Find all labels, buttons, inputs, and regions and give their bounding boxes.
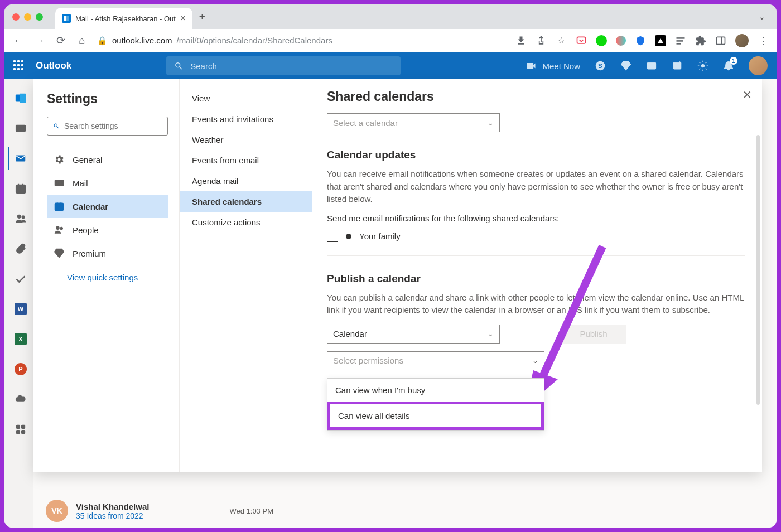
tab-title: Mail - Atish Rajasekharan - Out <box>75 14 176 23</box>
svg-point-13 <box>702 65 705 67</box>
close-window[interactable] <box>12 13 20 21</box>
svg-rect-6 <box>717 37 725 44</box>
rail-word-icon[interactable]: W <box>8 298 32 320</box>
url-field[interactable]: 🔒 outlook.live.com/mail/0/options/calend… <box>97 36 507 46</box>
bookmark-star-icon[interactable]: ☆ <box>556 35 567 46</box>
notifications-icon[interactable]: 1 <box>723 60 734 71</box>
outlook-search[interactable] <box>166 56 401 75</box>
gear-icon <box>54 154 65 165</box>
extension-lines-icon[interactable] <box>675 35 686 46</box>
close-tab-icon[interactable]: × <box>180 13 186 24</box>
settings-gear-icon[interactable] <box>697 60 708 71</box>
svg-rect-10 <box>648 62 656 69</box>
rail-mail-icon[interactable] <box>8 117 32 139</box>
diamond-icon <box>54 248 65 259</box>
user-avatar[interactable] <box>749 56 768 75</box>
new-tab-button[interactable]: + <box>199 11 205 23</box>
home-button[interactable]: ⌂ <box>76 35 88 47</box>
tips-icon[interactable] <box>672 60 683 71</box>
settings-search-input[interactable] <box>64 122 162 130</box>
sub-agenda-mail[interactable]: Agenda mail <box>180 171 312 191</box>
mail-icon <box>54 177 65 188</box>
rail-calendar-icon[interactable] <box>8 177 32 200</box>
svg-rect-25 <box>22 425 25 429</box>
video-icon <box>526 60 537 71</box>
maximize-window[interactable] <box>36 13 43 21</box>
people-icon <box>54 224 65 235</box>
extensions-puzzle-icon[interactable] <box>695 35 706 46</box>
reload-button[interactable]: ⟳ <box>55 34 67 47</box>
permission-option-busy[interactable]: Can view when I'm busy <box>327 379 544 402</box>
extension-icons: ☆ ⋮ <box>515 34 769 47</box>
url-path: /mail/0/options/calendar/SharedCalendars <box>177 36 332 45</box>
browser-menu-icon[interactable]: ⋮ <box>758 35 769 46</box>
nav-forward-button[interactable]: → <box>33 35 46 47</box>
rail-mail-active-icon[interactable] <box>8 147 32 170</box>
category-calendar[interactable]: Calendar <box>47 195 168 218</box>
family-checkbox[interactable] <box>327 231 338 242</box>
browser-profile-avatar[interactable] <box>735 34 749 47</box>
sub-events-invitations[interactable]: Events and invitations <box>180 109 312 129</box>
outlook-search-input[interactable] <box>190 61 393 71</box>
publish-heading: Publish a calendar <box>327 273 745 285</box>
side-panel-icon[interactable] <box>715 35 726 46</box>
quick-settings-link[interactable]: View quick settings <box>47 265 168 282</box>
browser-tab[interactable]: Mail - Atish Rajasekharan - Out × <box>55 8 192 29</box>
app-launcher-icon[interactable] <box>13 60 25 71</box>
premium-diamond-icon[interactable] <box>620 60 631 71</box>
chevron-down-icon: ⌄ <box>532 356 538 365</box>
svg-rect-15 <box>20 94 26 103</box>
category-premium[interactable]: Premium <box>47 241 168 265</box>
minimize-window[interactable] <box>24 13 31 21</box>
panel-title: Shared calendars <box>327 89 745 104</box>
mail-list-item[interactable]: VK Vishal Khandelwal 35 Ideas from 2022 … <box>46 500 273 522</box>
extension-goggles-icon[interactable] <box>616 36 626 46</box>
chevron-down-icon: ⌄ <box>488 119 494 127</box>
share-icon[interactable] <box>536 35 547 46</box>
browser-tab-strip: Mail - Atish Rajasekharan - Out × + ⌄ <box>4 4 777 29</box>
skype-icon[interactable]: S <box>595 60 606 71</box>
category-mail[interactable]: Mail <box>47 171 168 195</box>
extension-shield-icon[interactable] <box>635 35 646 46</box>
search-icon <box>53 122 60 130</box>
chevron-down-icon: ⌄ <box>488 330 494 338</box>
svg-rect-27 <box>22 431 25 434</box>
sub-events-from-email[interactable]: Events from email <box>180 150 312 171</box>
pocket-icon[interactable] <box>576 35 587 46</box>
sub-view[interactable]: View <box>180 88 312 109</box>
svg-point-22 <box>18 215 21 219</box>
teams-icon[interactable] <box>646 60 657 71</box>
url-host: outlook.live.com <box>112 36 172 45</box>
lock-icon: 🔒 <box>97 36 108 46</box>
permissions-dropdown[interactable]: Select permissions ⌄ <box>327 351 544 370</box>
sub-weather[interactable]: Weather <box>180 129 312 150</box>
rail-attachments-icon[interactable] <box>8 238 32 260</box>
svg-rect-4 <box>677 40 683 42</box>
select-calendar-dropdown[interactable]: Select a calendar ⌄ <box>327 113 500 132</box>
rail-todo-icon[interactable] <box>8 268 32 290</box>
permission-option-all-details[interactable]: Can view all details <box>327 402 544 430</box>
rail-more-apps-icon[interactable] <box>8 418 32 441</box>
extension-privacy-icon[interactable] <box>655 35 666 46</box>
publish-calendar-dropdown[interactable]: Calendar ⌄ <box>327 325 500 344</box>
rail-powerpoint-icon[interactable]: P <box>8 358 32 380</box>
rail-people-icon[interactable] <box>8 207 32 230</box>
scrollbar[interactable] <box>756 135 760 405</box>
svg-text:S: S <box>598 62 602 69</box>
sub-customize-actions[interactable]: Customize actions <box>180 212 312 233</box>
settings-search[interactable] <box>47 117 168 136</box>
meet-now-button[interactable]: Meet Now <box>526 60 580 71</box>
extension-green-icon[interactable] <box>596 35 607 46</box>
publish-button[interactable]: Publish <box>561 325 626 344</box>
rail-excel-icon[interactable]: X <box>8 328 32 350</box>
close-modal-icon[interactable]: ✕ <box>743 88 752 101</box>
rail-onedrive-icon[interactable] <box>8 388 32 410</box>
install-icon[interactable] <box>515 35 527 46</box>
category-general[interactable]: General <box>47 148 168 171</box>
nav-back-button[interactable]: ← <box>12 35 25 47</box>
search-icon <box>174 61 184 71</box>
tabs-menu-chevron[interactable]: ⌄ <box>759 12 765 21</box>
rail-outlook-icon[interactable] <box>8 87 32 109</box>
category-people[interactable]: People <box>47 218 168 241</box>
sub-shared-calendars[interactable]: Shared calendars <box>180 191 312 212</box>
